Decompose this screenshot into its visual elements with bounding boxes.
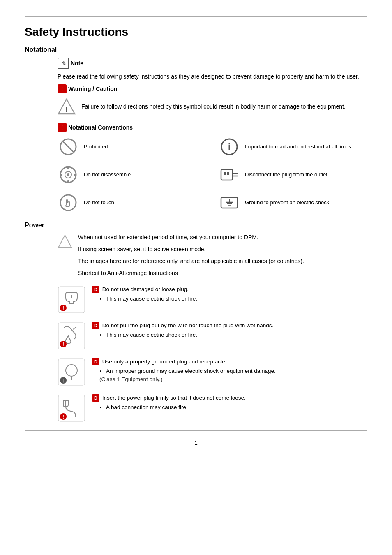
important-icon-container: i — [219, 136, 240, 157]
warning-icon: ! — [58, 84, 67, 93]
prohibited-label: Prohibited — [84, 143, 108, 150]
power-item-4-content: D Insert the power plug firmly so that i… — [92, 394, 367, 412]
power-item-2-red-icon: D — [92, 322, 99, 329]
disassemble-icon-container — [58, 164, 79, 185]
dpm-triangle-row: ! When not used for extended period of t… — [58, 233, 367, 281]
svg-rect-11 — [60, 174, 62, 176]
convention-prohibited: Prohibited — [58, 136, 206, 157]
svg-text:!: ! — [62, 342, 64, 347]
power-item-3-icon: ↓ — [58, 358, 85, 386]
svg-text:!: ! — [62, 305, 64, 311]
svg-rect-14 — [224, 172, 226, 175]
svg-line-3 — [62, 141, 74, 153]
important-label: Important to read and understand at all … — [245, 143, 351, 150]
svg-point-8 — [67, 173, 69, 176]
conventions-heading-row: ! Notational Conventions — [58, 123, 367, 132]
warning-triangle-row: ! Failure to follow directions noted by … — [58, 97, 367, 116]
power-item-2-image: ! — [58, 322, 85, 350]
power-item-4-red-icon: D — [92, 394, 99, 402]
power-item-2-bullet: This may cause electric shock or fire. — [106, 331, 367, 339]
screensaver-text: If using screen saver, set it to active … — [78, 245, 304, 254]
conventions-heading: Notational Conventions — [68, 124, 133, 131]
power-item-2: ! D Do not pull the plug out by the wire… — [58, 322, 367, 350]
dpm-text: When not used for extended period of tim… — [78, 233, 304, 242]
ground-icon — [220, 193, 239, 212]
note-body-text: Please read the following safety instruc… — [58, 72, 367, 81]
svg-rect-12 — [74, 174, 76, 176]
triangle-warning-icon: ! — [58, 97, 76, 116]
disconnect-icon-container — [219, 164, 240, 185]
touch-icon — [59, 193, 78, 212]
power-item-3-image: ↓ — [58, 358, 85, 386]
prohibited-icon-container — [58, 136, 79, 157]
reference-text: The images here are for reference only, … — [78, 257, 304, 266]
svg-point-18 — [60, 195, 76, 210]
page-number: 1 — [25, 439, 367, 446]
svg-text:!: ! — [65, 106, 68, 114]
prohibited-icon — [59, 137, 78, 156]
power-item-3-bullet: An improper ground may cause electric sh… — [106, 367, 367, 375]
note-icon: ✎ — [58, 58, 69, 69]
power-item-3-red-icon: D — [92, 358, 99, 365]
power-item-1-image: ! — [58, 286, 85, 314]
notational-content: ✎ Note Please read the following safety … — [58, 58, 367, 213]
convention-important: i Important to read and understand at al… — [219, 136, 367, 157]
conventions-grid: Prohibited i Important to read and under… — [58, 136, 367, 213]
warning-row: ! Warning / Caution — [58, 84, 367, 93]
power-item-1-content: D Do not use damaged or loose plug. This… — [92, 286, 367, 303]
power-item-4-icon: ! — [58, 394, 85, 422]
power-content: ! When not used for extended period of t… — [58, 233, 367, 422]
power-item-4-main: D Insert the power plug firmly so that i… — [92, 394, 367, 402]
svg-text:!: ! — [64, 240, 66, 247]
power-item-2-content: D Do not pull the plug out by the wire n… — [92, 322, 367, 339]
power-item-1-icon: ! — [58, 286, 85, 314]
svg-text:↓: ↓ — [62, 377, 65, 384]
power-item-1-red-icon: D — [92, 286, 99, 293]
convention-touch: Do not touch — [58, 192, 206, 213]
disconnect-label: Disconnect the plug from the outlet — [245, 171, 327, 178]
power-triangle-icon: ! — [58, 234, 72, 249]
page-title: Safety Instructions — [25, 25, 367, 39]
power-item-1: ! D Do not use damaged or loose plug. Th… — [58, 286, 367, 314]
disassemble-icon — [59, 165, 78, 184]
ground-label: Ground to prevent an electric shock — [245, 199, 329, 206]
svg-text:i: i — [228, 142, 231, 152]
notational-heading: Notational — [25, 46, 367, 53]
conventions-icon: ! — [58, 123, 67, 132]
top-border — [25, 16, 367, 17]
ground-icon-container — [219, 192, 240, 213]
svg-point-37 — [66, 365, 77, 376]
convention-disconnect: Disconnect the plug from the outlet — [219, 164, 367, 185]
svg-rect-15 — [227, 172, 229, 175]
note-row: ✎ Note — [58, 58, 367, 69]
power-item-1-main: D Do not use damaged or loose plug. — [92, 286, 367, 293]
warning-body-text: Failure to follow directions noted by th… — [81, 102, 346, 111]
warning-label: Warning / Caution — [68, 86, 117, 92]
disconnect-icon — [220, 165, 239, 184]
power-item-2-main: D Do not pull the plug out by the wire n… — [92, 322, 367, 329]
svg-rect-13 — [221, 169, 233, 180]
power-item-3: ↓ D Use only a properly grounded plug an… — [58, 358, 367, 386]
touch-icon-container — [58, 192, 79, 213]
note-label: Note — [71, 60, 83, 67]
power-item-3-content: D Use only a properly grounded plug and … — [92, 358, 367, 384]
svg-rect-10 — [67, 180, 69, 183]
touch-label: Do not touch — [84, 199, 114, 206]
important-icon: i — [220, 137, 239, 156]
power-item-4-image: ! — [58, 394, 85, 422]
page: Safety Instructions Notational ✎ Note Pl… — [0, 0, 392, 555]
convention-ground: Ground to prevent an electric shock — [219, 192, 367, 213]
bottom-border — [25, 430, 367, 431]
svg-line-33 — [73, 327, 76, 329]
power-item-4: ! D Insert the power plug firmly so that… — [58, 394, 367, 422]
dpm-text-block: When not used for extended period of tim… — [78, 233, 304, 281]
power-heading: Power — [25, 222, 367, 229]
disassemble-label: Do not disassemble — [84, 171, 131, 178]
power-item-3-sub: (Class 1 Equipment only.) — [99, 375, 367, 384]
svg-text:!: ! — [62, 414, 64, 420]
power-item-1-bullet: This may cause electric shock or fire. — [106, 295, 367, 303]
svg-rect-9 — [67, 166, 69, 169]
power-item-2-icon: ! — [58, 322, 85, 350]
power-item-3-main: D Use only a properly grounded plug and … — [92, 358, 367, 365]
convention-disassemble: Do not disassemble — [58, 164, 206, 185]
